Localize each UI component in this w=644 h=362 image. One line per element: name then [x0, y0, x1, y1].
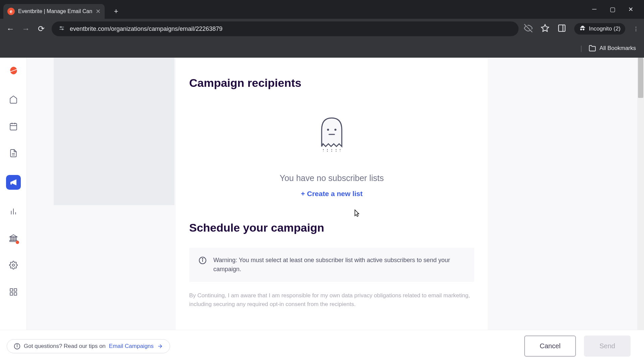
eventbrite-logo-icon[interactable] — [7, 66, 19, 78]
svg-point-2 — [60, 26, 61, 27]
cancel-button[interactable]: Cancel — [524, 336, 576, 357]
content-area: Campaign recipients You have no subscrib… — [27, 58, 644, 362]
address-bar[interactable]: eventbrite.com/organizations/campaigns/e… — [52, 21, 519, 36]
svg-rect-25 — [10, 293, 13, 295]
footer-actions: Cancel Send — [524, 336, 631, 357]
help-link: Email Campaigns — [109, 343, 154, 350]
scrollbar-thumb[interactable] — [638, 58, 643, 98]
help-chip[interactable]: Got questions? Read our tips on Email Ca… — [7, 339, 170, 353]
send-button: Send — [584, 336, 631, 357]
home-icon[interactable] — [8, 95, 18, 105]
close-icon[interactable]: ✕ — [96, 8, 101, 15]
create-new-list-link[interactable]: + Create a new list — [301, 190, 363, 198]
url-text: eventbrite.com/organizations/campaigns/e… — [70, 25, 222, 33]
reload-button[interactable]: ⟳ — [36, 24, 46, 34]
svg-rect-19 — [13, 237, 14, 241]
minimize-icon[interactable]: ─ — [590, 6, 598, 13]
close-window-icon[interactable]: ✕ — [627, 6, 635, 13]
bookmarks-label: All Bookmarks — [599, 45, 636, 52]
svg-rect-6 — [558, 25, 565, 32]
tab-title: Eventbrite | Manage Email Can — [18, 8, 92, 14]
apps-icon[interactable] — [8, 287, 18, 297]
svg-point-22 — [12, 264, 14, 266]
svg-point-39 — [202, 258, 203, 259]
info-icon — [14, 343, 20, 350]
arrow-right-icon — [157, 343, 163, 349]
browser-chrome: e Eventbrite | Manage Email Can ✕ + ─ ▢ … — [0, 0, 644, 58]
footer-bar: Got questions? Read our tips on Email Ca… — [0, 330, 644, 362]
empty-state-text: You have no subscriber lists — [280, 173, 384, 183]
main-card: Campaign recipients You have no subscrib… — [176, 58, 488, 333]
ghost-icon — [313, 113, 350, 157]
folder-icon — [589, 45, 596, 52]
schedule-title: Schedule your campaign — [189, 221, 474, 234]
divider: | — [580, 45, 582, 52]
warning-box: Warning: You must select at least one su… — [189, 248, 474, 282]
svg-point-30 — [334, 129, 336, 131]
svg-rect-26 — [14, 293, 17, 295]
back-button[interactable]: ← — [5, 24, 15, 34]
svg-point-42 — [17, 345, 17, 345]
chart-icon[interactable] — [8, 206, 18, 217]
svg-rect-24 — [14, 289, 17, 291]
maximize-icon[interactable]: ▢ — [608, 6, 616, 13]
incognito-badge[interactable]: Incognito (2) — [574, 23, 626, 35]
svg-marker-5 — [541, 24, 549, 32]
all-bookmarks-button[interactable]: All Bookmarks — [589, 45, 636, 52]
megaphone-icon[interactable] — [6, 175, 21, 190]
incognito-label: Incognito (2) — [589, 25, 621, 32]
scrollbar[interactable] — [637, 58, 644, 362]
forward-button[interactable]: → — [21, 24, 31, 34]
side-panel — [54, 58, 174, 205]
browser-tab[interactable]: e Eventbrite | Manage Email Can ✕ — [3, 4, 105, 19]
gear-icon[interactable] — [8, 260, 18, 270]
warning-text: Warning: You must select at least one su… — [213, 256, 465, 274]
recipients-title: Campaign recipients — [189, 76, 474, 89]
calendar-icon[interactable] — [8, 121, 18, 131]
empty-state: You have no subscriber lists + Create a … — [189, 103, 474, 215]
menu-icon[interactable]: ⋮ — [633, 26, 639, 32]
notification-dot-icon — [16, 241, 19, 244]
tab-bar: e Eventbrite | Manage Email Can ✕ + ─ ▢ … — [0, 0, 644, 19]
svg-point-29 — [327, 129, 329, 131]
svg-rect-20 — [15, 237, 16, 241]
svg-marker-17 — [10, 235, 17, 237]
bank-icon[interactable] — [8, 233, 18, 243]
svg-rect-18 — [10, 237, 11, 241]
info-icon — [199, 256, 207, 264]
document-icon[interactable] — [8, 148, 18, 158]
plus-icon: + — [301, 190, 305, 198]
disclaimer-text: By Continuing, I am aware that I am resp… — [189, 291, 474, 308]
site-settings-icon[interactable] — [58, 25, 65, 33]
page: Campaign recipients You have no subscrib… — [0, 58, 644, 362]
panel-icon[interactable] — [557, 24, 566, 34]
help-prefix: Got questions? Read our tips on — [24, 343, 106, 350]
address-bar-icons: Incognito (2) ⋮ — [524, 23, 639, 35]
create-link-label: Create a new list — [307, 190, 363, 198]
eye-off-icon[interactable] — [524, 24, 533, 34]
new-tab-button[interactable]: + — [110, 5, 122, 17]
favicon-icon: e — [7, 8, 15, 15]
svg-rect-23 — [10, 289, 13, 291]
svg-rect-8 — [10, 123, 17, 130]
bookmarks-row: | All Bookmarks — [0, 39, 644, 58]
window-controls: ─ ▢ ✕ — [590, 6, 644, 13]
address-bar-row: ← → ⟳ eventbrite.com/organizations/campa… — [0, 19, 644, 39]
star-icon[interactable] — [541, 24, 549, 34]
sidebar — [0, 58, 27, 362]
svg-point-3 — [62, 29, 63, 30]
